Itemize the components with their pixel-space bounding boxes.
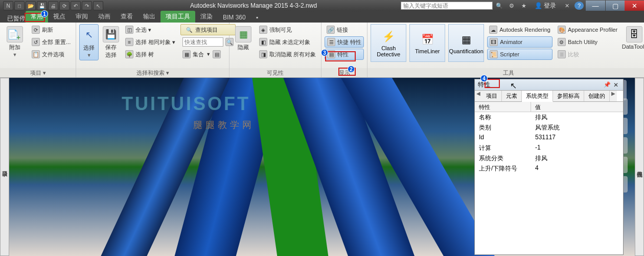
autodesk-rendering-button[interactable]: ☁Autodesk Rendering xyxy=(487,24,553,35)
timeliner-icon: 📅 xyxy=(419,32,435,47)
ptab-project[interactable]: 项目 xyxy=(482,91,502,101)
ribbon-group-project: 📄+ 附加 ▼ ⟳刷新 ↺全部 重置... 📋文件选项 项目 ▾ xyxy=(0,23,76,77)
links-button[interactable]: 🔗链接 xyxy=(325,24,364,35)
ptab-ref-level[interactable]: 参照标高 xyxy=(553,91,584,101)
close-button[interactable]: ✕ xyxy=(625,1,644,11)
properties-header-row: 特性 值 xyxy=(475,102,623,112)
selectall-icon: ◫ xyxy=(125,26,133,34)
group-label-project: 项目 ▾ xyxy=(0,68,76,77)
title-right-tools: 🔍 ⚙ ★ 👤登录 ✕ ? xyxy=(493,2,586,10)
ptab-system-type[interactable]: 系统类型 xyxy=(522,91,553,102)
clash-detective-button[interactable]: ⚡Clash Detective xyxy=(371,24,406,62)
animator-button[interactable]: 🎞Animator xyxy=(487,36,553,48)
ptab-element[interactable]: 元素 xyxy=(502,91,522,101)
links-icon: 🔗 xyxy=(327,26,335,34)
prop-key: 计算 xyxy=(475,143,531,153)
batch-utility-button[interactable]: ⚙Batch Utility xyxy=(556,36,619,48)
compare-button[interactable]: ≣比较 xyxy=(556,49,619,60)
refresh-button[interactable]: ⟳刷新 xyxy=(30,24,73,35)
table-row[interactable]: Id531117 xyxy=(475,133,623,143)
app-menu-icon[interactable]: N xyxy=(3,1,13,10)
tab-animation[interactable]: 动画 xyxy=(93,11,116,23)
viewport-3d[interactable]: TUITUISOFT 腿腿教学网 特性 📌 ✕ ◀ 项目 元素 系统类型 参照标… xyxy=(9,78,635,256)
callout-1: 1 xyxy=(41,10,48,17)
tab-review[interactable]: 审阅 xyxy=(71,11,93,23)
tab-view[interactable]: 查看 xyxy=(116,11,138,23)
table-row[interactable]: 名称排风 xyxy=(475,112,623,122)
save-selection-button[interactable]: 💾 保存 选择 xyxy=(102,24,120,61)
help-icon[interactable]: ? xyxy=(574,2,584,10)
tab-viewpoint[interactable]: 视点 xyxy=(48,11,71,23)
undo-icon[interactable]: ↶ xyxy=(71,1,81,10)
tab-extra-icon[interactable]: ▪ xyxy=(251,12,263,23)
select-all-button[interactable]: ◫全选 ▾ xyxy=(123,24,177,35)
redbox-properties-btn xyxy=(325,51,356,61)
hide-button[interactable]: ▦ 隐藏 xyxy=(233,24,254,53)
file-options-button[interactable]: 📋文件选项 xyxy=(30,49,73,60)
datatools-button[interactable]: 🗄 DataTools xyxy=(623,24,644,52)
pointer-icon[interactable]: ↖ xyxy=(93,1,103,10)
find-items-button[interactable]: 🔍查找项目 xyxy=(180,24,236,35)
table-row[interactable]: 计算-1 xyxy=(475,143,623,153)
table-row[interactable]: 类别风管系统 xyxy=(475,122,623,133)
quick-properties-button[interactable]: ☰快捷 特性 xyxy=(325,36,364,48)
star-icon[interactable]: ★ xyxy=(519,2,528,10)
save-sel-icon: 💾 xyxy=(103,26,119,42)
ribbon-group-visibility: ▦ 隐藏 ◈强制可见 ◧隐藏 未选定对象 ◨取消隐藏 所有对象 可见性 xyxy=(229,23,321,77)
scripter-button[interactable]: 📜Scripter xyxy=(487,49,553,60)
quant-icon: ▦ xyxy=(458,32,474,47)
redo-icon[interactable]: ↷ xyxy=(82,1,92,10)
binoculars-icon[interactable]: 🔍 xyxy=(495,2,504,10)
tab-render[interactable]: 渲染 xyxy=(195,11,218,23)
save-icon[interactable]: 💾 xyxy=(37,1,47,10)
scripter-icon: 📜 xyxy=(490,50,498,58)
select-button[interactable]: ↖ 选择 ▼ xyxy=(79,24,99,60)
force-visible-button[interactable]: ◈强制可见 xyxy=(257,24,318,35)
refresh-icon[interactable]: ⟳ xyxy=(59,1,70,10)
tab-item-tools[interactable]: 项目工具 xyxy=(160,11,195,23)
prop-value: 排风 xyxy=(531,112,623,122)
exchange-icon[interactable]: ✕ xyxy=(562,2,571,10)
ptab-created[interactable]: 创建的 xyxy=(584,91,610,101)
tab-scroll-right-icon[interactable]: ▶ xyxy=(610,91,617,101)
right-side-tabs: 保存的视点 xyxy=(635,78,644,256)
keyword-search-input[interactable] xyxy=(401,2,493,10)
sets-button[interactable]: ▦集合▼▤ xyxy=(180,49,236,60)
quick-find-row: 🔍 xyxy=(180,36,236,48)
ap-icon: 🎨 xyxy=(558,26,566,34)
reset-all-button[interactable]: ↺全部 重置... xyxy=(30,36,73,48)
select-tree-button[interactable]: 🌳选择 树 xyxy=(123,49,177,60)
table-row[interactable]: 上升/下降符号4 xyxy=(475,163,623,174)
panel-close-icon[interactable]: ✕ xyxy=(612,81,620,89)
append-button[interactable]: 📄+ 附加 ▼ xyxy=(3,24,27,59)
left-side-tabs: 项目目录 Clash Detective 集合 测量工具 xyxy=(0,78,9,256)
quick-find-input[interactable] xyxy=(182,37,223,47)
table-row[interactable]: 系统分类排风 xyxy=(475,153,623,163)
open-icon[interactable]: 📂 xyxy=(26,1,36,10)
tab-output[interactable]: 输出 xyxy=(138,11,160,23)
new-icon[interactable]: □ xyxy=(14,1,25,10)
properties-panel: 特性 📌 ✕ ◀ 项目 元素 系统类型 参照标高 创建的 ▶ 特性 值 名称排风… xyxy=(474,79,624,255)
sets-icon: ▦ xyxy=(182,50,191,58)
minimize-button[interactable]: — xyxy=(586,1,605,11)
maximize-button[interactable]: ▢ xyxy=(605,1,625,11)
clash-icon: ⚡ xyxy=(380,29,397,44)
timeliner-button[interactable]: 📅TimeLiner xyxy=(409,24,445,62)
sets-extra-icon[interactable]: ▤ xyxy=(213,50,221,58)
print-icon[interactable]: 🖨 xyxy=(48,1,58,10)
callout-4: 4 xyxy=(480,75,488,82)
quickprops-icon: ☰ xyxy=(327,38,335,46)
unhide-all-button[interactable]: ◨取消隐藏 所有对象 xyxy=(257,49,318,60)
tab-scroll-left-icon[interactable]: ◀ xyxy=(475,91,482,101)
watermark-main: TUITUISOFT xyxy=(122,93,250,115)
quantification-button[interactable]: ▦Quantification xyxy=(448,24,484,62)
append-icon: 📄+ xyxy=(7,26,23,42)
tool-icon[interactable]: ⚙ xyxy=(507,2,516,10)
appearance-profiler-button[interactable]: 🎨Appearance Profiler xyxy=(556,24,619,35)
refresh-icon: ⟳ xyxy=(32,26,40,34)
pin-icon[interactable]: 📌 xyxy=(604,81,612,88)
login-button[interactable]: 👤登录 xyxy=(532,2,559,10)
select-same-button[interactable]: ≡选择 相同对象 ▾ xyxy=(123,36,177,48)
hide-unselected-button[interactable]: ◧隐藏 未选定对象 xyxy=(257,36,318,48)
tab-bim360[interactable]: BIM 360 xyxy=(218,12,251,23)
